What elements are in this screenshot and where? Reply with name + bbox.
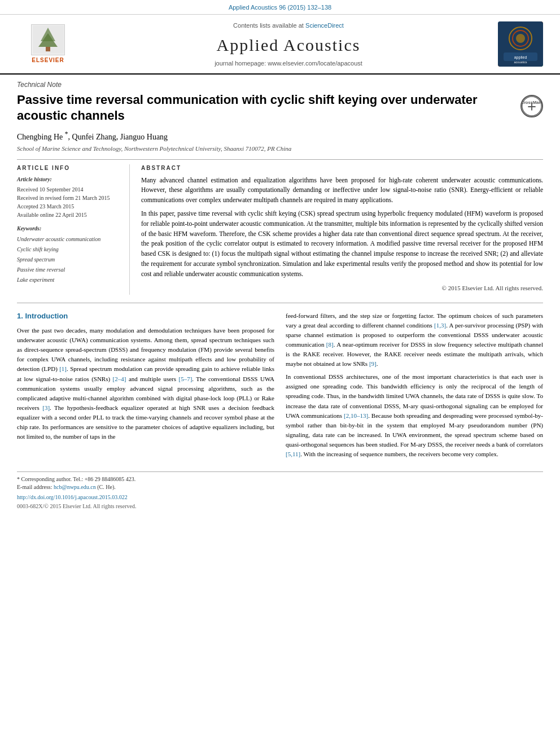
keyword-4: Passive time reversal [17,265,121,275]
article-type: Technical Note [17,80,543,90]
section-number: 1. [17,312,23,320]
ref-2-4[interactable]: [2–4] [113,375,126,382]
ref-8[interactable]: [8] [326,341,334,348]
journal-name: Applied Acoustics [85,33,492,57]
intro-right-para-2: In conventional DSSS architectures, one … [286,372,543,458]
doi-anchor[interactable]: http://dx.doi.org/10.1016/j.apacoust.201… [17,494,128,500]
journal-homepage: journal homepage: www.elsevier.com/locat… [85,59,492,68]
ref-3[interactable]: [3] [42,404,50,411]
svg-rect-3 [46,47,50,51]
authors-line: Chengbing He *, Qunfei Zhang, Jianguo Hu… [17,130,543,142]
body-right-column: feed-forward filters, and the step size … [286,311,543,462]
accepted-date: Accepted 23 March 2015 [17,202,121,211]
affiliation: School of Marine Science and Technology,… [17,145,543,153]
banner-left-logo: ELSEVIER [11,24,85,64]
journal-citation-header: Applied Acoustics 96 (2015) 132–138 [0,0,560,15]
ref-1[interactable]: [1] [59,365,67,372]
elsevier-tree-image [31,24,65,55]
email-label: E-mail address: [17,484,54,490]
svg-point-7 [516,34,525,43]
article-content: Technical Note Passive time reversal com… [0,75,560,516]
ref-5-11[interactable]: [5,11] [286,451,300,457]
intro-left-text: Over the past two decades, many modulati… [17,326,274,442]
article-info-abstract-row: ARTICLE INFO Article history: Received 1… [17,164,543,295]
received-date: Received 10 September 2014 [17,185,121,194]
introduction-heading: 1. Introduction [17,311,274,321]
keywords-label: Keywords: [17,225,121,233]
svg-text:applied: applied [514,55,527,60]
intro-left-para: Over the past two decades, many modulati… [17,326,274,442]
journal-citation: Applied Acoustics 96 (2015) 132–138 [229,4,331,11]
svg-text:acoustics: acoustics [514,60,527,64]
ref-9[interactable]: [9] [369,360,377,367]
authors-text: Chengbing He *, Qunfei Zhang, Jianguo Hu… [17,133,168,141]
crossmark-icon: CrossMark [520,95,543,117]
abstract-column: ABSTRACT Many advanced channel estimatio… [141,164,543,295]
article-info-heading: ARTICLE INFO [17,164,121,172]
banner-right-logo: applied acoustics [492,21,549,67]
keyword-3: Spread spectrum [17,255,121,265]
ref-1-3[interactable]: [1,3] [434,322,446,329]
article-history-label: Article history: [17,176,121,184]
crossmark-badge: CrossMark [520,95,543,117]
keyword-5: Lake experiment [17,275,121,285]
revised-date: Received in revised form 21 March 2015 [17,194,121,202]
available-date: Available online 22 April 2015 [17,211,121,219]
journal-banner: ELSEVIER Contents lists available at Sci… [0,15,560,75]
corresponding-author-note: * Corresponding author. Tel.: +86 29 884… [17,475,543,483]
abstract-para-1: Many advanced channel estimation and equ… [141,176,543,206]
body-left-column: 1. Introduction Over the past two decade… [17,311,274,462]
title-row: Passive time reversal communication with… [17,92,543,130]
elsevier-text: ELSEVIER [32,56,64,64]
email-suffix: (C. He). [97,484,116,490]
abstract-body: Many advanced channel estimation and equ… [141,176,543,279]
banner-center: Contents lists available at ScienceDirec… [85,20,492,68]
body-two-column: 1. Introduction Over the past two decade… [17,303,543,462]
contents-available-text: Contents lists available at ScienceDirec… [85,20,492,30]
abstract-para-2: In this paper, passive time reversal wit… [141,209,543,279]
abstract-heading: ABSTRACT [141,164,543,172]
issn-copyright: 0003-682X/© 2015 Elsevier Ltd. All right… [17,503,543,510]
ref-2-10-13[interactable]: [2,10–13] [344,412,368,419]
sciencedirect-link[interactable]: ScienceDirect [305,22,344,29]
keyword-1: Underwater acoustic communication [17,234,121,244]
footnote-area: * Corresponding author. Tel.: +86 29 884… [17,471,543,510]
article-info-column: ARTICLE INFO Article history: Received 1… [17,164,130,295]
section-title-text: Introduction [25,312,68,320]
email-note: E-mail address: hcb@nwpu.edu.cn (C. He). [17,483,543,491]
elsevier-logo: ELSEVIER [31,24,65,64]
intro-right-para-1: feed-forward filters, and the step size … [286,311,543,369]
article-title: Passive time reversal communication with… [17,92,515,124]
applied-acoustics-logo: applied acoustics [498,21,543,67]
keyword-2: Cyclic shift keying [17,244,121,255]
intro-right-text: feed-forward filters, and the step size … [286,311,543,459]
doi-link: http://dx.doi.org/10.1016/j.apacoust.201… [17,493,543,501]
keywords-list: Underwater acoustic communication Cyclic… [17,234,121,285]
ref-5-7[interactable]: [5–7] [178,375,192,382]
divider-1 [17,159,543,160]
copyright-notice: © 2015 Elsevier Ltd. All rights reserved… [141,284,543,292]
email-link[interactable]: hcb@nwpu.edu.cn [54,484,96,490]
page: Applied Acoustics 96 (2015) 132–138 ELSE… [0,0,560,747]
